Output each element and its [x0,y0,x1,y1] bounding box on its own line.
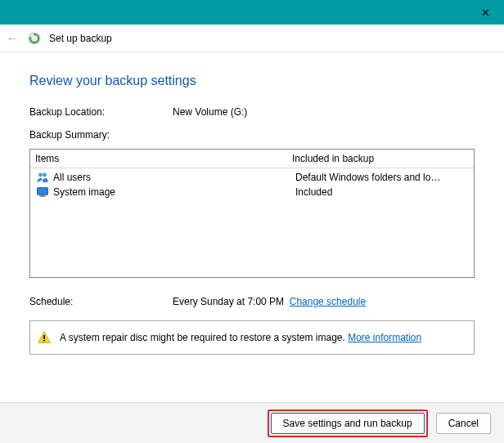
column-header-included[interactable]: Included in backup [292,153,469,164]
content-area: Review your backup settings Backup Locat… [0,52,504,366]
svg-point-2 [43,173,47,177]
row-name: All users [53,172,292,183]
schedule-value: Every Sunday at 7:00 PM [173,296,284,307]
schedule-row: Schedule: Every Sunday at 7:00 PM Change… [29,296,475,307]
row-included: Default Windows folders and lo… [295,172,469,183]
svg-rect-6 [39,196,46,197]
svg-rect-4 [38,189,47,195]
backup-app-icon [28,32,41,45]
column-header-items[interactable]: Items [35,153,292,164]
backup-summary-label: Backup Summary: [29,129,475,141]
more-information-link[interactable]: More information [348,332,421,343]
backup-location-row: Backup Location: New Volume (G:) [29,106,475,118]
breadcrumb-bar: ← Set up backup [0,25,504,52]
save-settings-button[interactable]: Save settings and run backup [271,413,425,434]
schedule-value-group: Every Sunday at 7:00 PM Change schedule [173,296,475,307]
summary-header-row: Items Included in backup [30,150,474,168]
page-title: Review your backup settings [29,74,475,88]
backup-location-value: New Volume (G:) [173,106,475,118]
change-schedule-link[interactable]: Change schedule [290,296,366,307]
row-included: Included [295,186,469,198]
warning-icon [37,330,52,345]
svg-rect-7 [43,335,45,339]
close-button[interactable]: ✕ [473,0,497,25]
info-text-wrap: A system repair disc might be required t… [60,332,421,343]
summary-body: All users Default Windows folders and lo… [30,168,474,277]
cancel-button[interactable]: Cancel [436,413,491,434]
close-icon: ✕ [481,7,490,19]
row-name: System image [53,186,292,198]
titlebar: ✕ [0,0,504,25]
table-row[interactable]: System image Included [35,185,469,199]
svg-point-1 [38,173,43,177]
monitor-icon [35,186,50,199]
info-box: A system repair disc might be required t… [29,320,475,355]
info-text: A system repair disc might be required t… [60,332,348,343]
primary-button-highlight: Save settings and run backup [268,409,428,437]
backup-location-label: Backup Location: [29,106,173,118]
users-icon [35,171,50,184]
summary-table: Items Included in backup All users Defau… [29,149,475,278]
table-row[interactable]: All users Default Windows folders and lo… [35,170,469,185]
schedule-label: Schedule: [29,296,173,307]
back-arrow-icon[interactable]: ← [5,31,20,45]
svg-rect-8 [43,340,45,342]
footer-bar: Save settings and run backup Cancel [0,402,504,443]
breadcrumb-title: Set up backup [49,33,112,44]
